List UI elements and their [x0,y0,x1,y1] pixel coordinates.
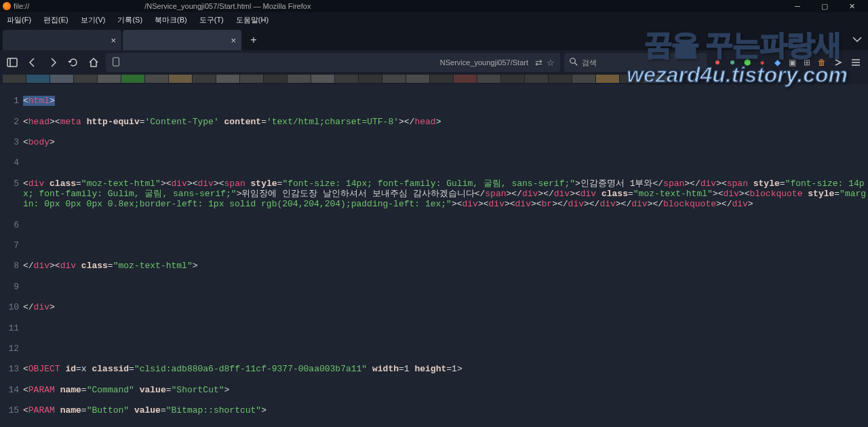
bookmark-item-0[interactable] [3,75,26,83]
new-tab-button[interactable]: + [245,32,262,48]
url-text: NService_youngji057/Start [125,58,531,67]
line-number: 2 [0,117,23,127]
bookmark-item-23[interactable] [549,75,572,83]
line-number: 14 [0,385,23,395]
line-number: 12 [0,344,23,354]
ext-4-icon[interactable]: ● [755,56,769,69]
line-number: 13 [0,364,23,374]
ext-6-icon[interactable]: ▣ [785,56,799,69]
menu-tools[interactable]: 도구(T) [197,14,226,26]
bookmark-item-21[interactable] [501,75,524,83]
bookmark-item-15[interactable] [359,75,382,83]
tabs-dropdown-icon[interactable] [849,31,865,48]
line-number: 3 [0,137,23,147]
ext-3-icon[interactable]: ⬢ [741,56,754,69]
tab-1-close-icon[interactable]: × [111,35,116,45]
minimize-button[interactable]: ─ [784,0,811,12]
svg-line-4 [575,63,578,66]
svg-point-3 [570,58,576,64]
bookmark-item-25[interactable] [596,75,619,83]
ext-7-icon[interactable]: ⊞ [800,56,814,69]
line-number: 9 [0,282,23,292]
bookmark-item-16[interactable] [382,75,406,83]
line-number: 8 [0,261,23,271]
extensions-area: ⬢ ● ◆ ▣ ⊞ 🗑 [711,54,864,71]
bookmark-item-7[interactable] [169,75,192,83]
bookmark-item-24[interactable] [572,75,595,83]
tab-1[interactable]: × [3,30,121,50]
line-number: 7 [0,240,23,250]
line-number: 5 [0,179,23,210]
svg-rect-2 [113,58,119,66]
line-number: 1 [0,96,23,106]
menu-file[interactable]: 파일(F) [4,14,34,26]
bookmark-item-17[interactable] [406,75,429,83]
back-icon[interactable] [24,54,41,71]
menu-view[interactable]: 보기(V) [78,14,108,26]
bookmark-item-3[interactable] [74,75,97,83]
bookmark-star-icon[interactable]: ☆ [547,58,555,68]
bookmark-item-9[interactable] [216,75,239,83]
window-titlebar: file:// /NService_youngji057/Start.html … [0,0,868,12]
search-icon [570,58,578,67]
bookmark-item-19[interactable] [454,75,477,83]
line-number: 6 [0,220,23,230]
menu-help[interactable]: 도움말(H) [233,14,271,26]
bookmark-item-26[interactable] [620,75,643,83]
firefox-icon [3,2,11,10]
bookmark-item-14[interactable] [335,75,358,83]
reload-icon[interactable] [65,54,81,71]
ext-1-icon[interactable] [711,56,724,69]
source-code-view: 1<html> 2<head><meta http-equiv='Content… [0,84,868,427]
bookmark-item-1[interactable] [26,75,50,83]
bookmark-item-10[interactable] [240,75,263,83]
search-input[interactable]: 검색 [564,53,707,72]
sidebar-icon[interactable] [4,54,20,71]
bookmark-item-27[interactable] [644,75,667,83]
tab-bar: × × + [0,27,868,50]
bookmark-item-2[interactable] [50,75,73,83]
title-protocol: file:// [14,2,29,10]
ext-2-icon[interactable] [726,56,739,69]
bookmark-item-20[interactable] [477,75,500,83]
close-button[interactable]: ✕ [838,0,865,12]
bookmark-item-4[interactable] [98,75,121,83]
home-icon[interactable] [85,54,102,71]
menu-edit[interactable]: 편집(E) [41,14,71,26]
bookmark-item-8[interactable] [193,75,216,83]
maximize-button[interactable]: ▢ [811,0,838,12]
hamburger-icon[interactable] [848,54,864,71]
page-icon [111,57,121,68]
search-placeholder: 검색 [582,58,597,68]
bookmark-item-18[interactable] [430,75,453,83]
bookmark-item-13[interactable] [311,75,334,83]
menu-bar: 파일(F) 편집(E) 보기(V) 기록(S) 북마크(B) 도구(T) 도움말… [0,12,868,27]
bookmark-item-11[interactable] [264,75,287,83]
forward-icon[interactable] [45,54,61,71]
bookmark-item-6[interactable] [145,75,168,83]
title-path: /NService_youngji057/Start.html — Mozill… [144,2,311,10]
ext-8-icon[interactable]: 🗑 [815,56,829,69]
menu-bookmarks[interactable]: 북마크(B) [152,14,190,26]
tab-2-close-icon[interactable]: × [231,35,236,45]
bookmarks-bar [0,75,868,84]
url-input[interactable]: NService_youngji057/Start ⇄ ☆ [106,53,560,72]
bookmark-item-22[interactable] [525,75,548,83]
nav-toolbar: NService_youngji057/Start ⇄ ☆ 검색 ⬢ ● ◆ ▣… [0,50,868,75]
bookmark-item-12[interactable] [288,75,311,83]
line-number: 10 [0,302,23,312]
translate-icon[interactable]: ⇄ [535,58,542,68]
svg-rect-0 [7,58,17,67]
menu-history[interactable]: 기록(S) [115,14,145,26]
line-number: 15 [0,405,23,415]
line-number: 4 [0,157,23,168]
bookmark-item-5[interactable] [121,75,144,83]
tab-2[interactable]: × [123,30,241,50]
line-number: 11 [0,323,23,333]
overflow-icon[interactable] [830,54,846,71]
ext-5-icon[interactable]: ◆ [770,56,784,69]
